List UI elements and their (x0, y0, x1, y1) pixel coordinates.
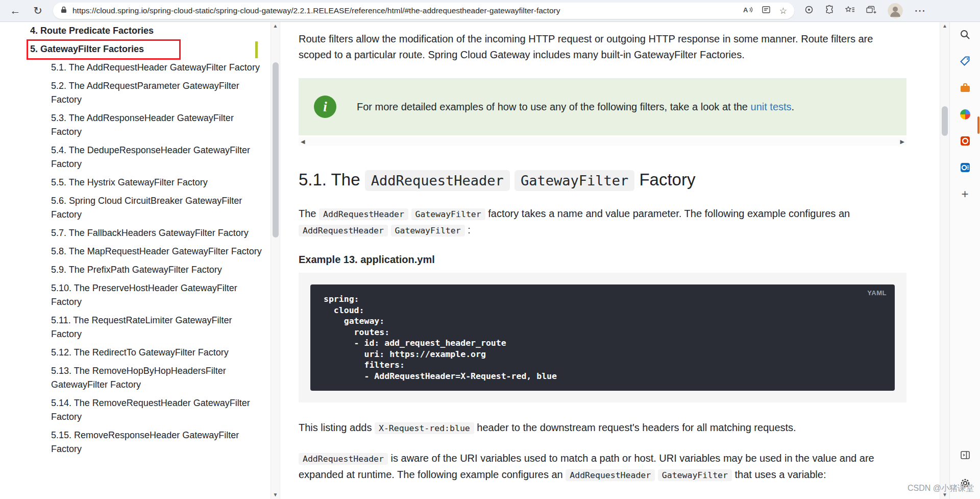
address-bar-actions: A ☆ (743, 6, 787, 16)
scroll-right-arrow[interactable]: ▶ (898, 138, 906, 145)
code-language-label: YAML (867, 289, 887, 297)
toc-scroll-down-arrow[interactable]: ▼ (271, 491, 280, 499)
shopping-tag-icon[interactable] (960, 56, 971, 67)
collections-icon[interactable] (866, 6, 876, 16)
toc-link-5-5[interactable]: 5.5. The Hystrix GatewayFilter Factory (51, 177, 208, 187)
toc-item: 5.4. The DedupeResponseHeader GatewayFil… (30, 144, 262, 171)
toc-item: 5.12. The RedirectTo GatewayFilter Facto… (30, 346, 262, 360)
toc-link-5-15[interactable]: 5.15. RemoveResponseHeader GatewayFilter… (51, 430, 239, 454)
toc-item: 5.15. RemoveResponseHeader GatewayFilter… (30, 429, 262, 456)
browser-toolbar: ← ↻ https://cloud.spring.io/spring-cloud… (0, 0, 980, 22)
toc-item: 5.5. The Hystrix GatewayFilter Factory (30, 176, 262, 189)
page-scroll-up-arrow[interactable]: ▲ (940, 22, 949, 30)
page-scrollbar[interactable]: ▲ ▼ (940, 22, 949, 499)
browser-window: ← ↻ https://cloud.spring.io/spring-cloud… (0, 0, 980, 499)
code-block: YAML spring: cloud: gateway: routes: - i… (310, 284, 895, 391)
toc-item: 5.11. The RequestRateLimiter GatewayFilt… (30, 314, 262, 341)
address-bar[interactable]: https://cloud.spring.io/spring-cloud-sta… (53, 3, 794, 19)
toc-link-5-14[interactable]: 5.14. The RemoveRequestHeader GatewayFil… (51, 398, 250, 422)
inline-code: GatewayFilter (658, 469, 732, 481)
toc-link-5-13[interactable]: 5.13. The RemoveHopByHopHeadersFilter Ga… (51, 366, 226, 390)
note-horizontal-scrollbar[interactable]: ◀ ▶ (299, 137, 906, 146)
outlook-icon[interactable] (960, 162, 971, 173)
back-button[interactable]: ← (4, 0, 27, 21)
toc-item: 5.14. The RemoveRequestHeader GatewayFil… (30, 396, 262, 424)
profile-avatar[interactable] (888, 3, 903, 18)
note-text: For more detailed examples of how to use… (357, 99, 794, 114)
toc-item: 5.8. The MapRequestHeader GatewayFilter … (30, 245, 262, 258)
toc-link-5-12[interactable]: 5.12. The RedirectTo GatewayFilter Facto… (51, 347, 229, 358)
svg-text:A: A (743, 6, 748, 14)
inline-code: GatewayFilter (411, 208, 485, 220)
designer-pinwheel-icon[interactable] (960, 109, 971, 120)
toc-link-5-4[interactable]: 5.4. The DedupeResponseHeader GatewayFil… (51, 145, 250, 169)
toolbar-actions: ⋯ (804, 3, 925, 18)
workspaces-icon[interactable] (804, 5, 814, 16)
inline-code: GatewayFilter (391, 225, 465, 236)
sidebar-toggle-icon[interactable] (960, 450, 970, 462)
toc-scrollbar-thumb[interactable] (273, 62, 279, 237)
info-icon-glyph: i (323, 99, 327, 115)
toc-active-indicator (255, 41, 258, 58)
favorites-star-icon[interactable]: ☆ (779, 6, 787, 16)
toc-item: 5.3. The AddResponseHeader GatewayFilter… (30, 111, 262, 139)
yaml-code: spring: cloud: gateway: routes: - id: ad… (324, 294, 557, 381)
toc-item: 5.13. The RemoveHopByHopHeadersFilter Ga… (30, 364, 262, 392)
toc-link-5-9[interactable]: 5.9. The PrefixPath GatewayFilter Factor… (51, 265, 222, 275)
toc-link-5-7[interactable]: 5.7. The FallbackHeaders GatewayFilter F… (51, 228, 249, 238)
toc-list: 4. Route Predicate Factories 5. GatewayF… (0, 22, 271, 456)
toc-item: 5.2. The AddRequestParameter GatewayFilt… (30, 79, 262, 107)
toc-link-route-predicate-factories[interactable]: 4. Route Predicate Factories (30, 26, 154, 36)
info-icon: i (314, 96, 336, 118)
inline-code: AddRequestHeader (365, 170, 510, 191)
toc-item: 4. Route Predicate Factories (30, 24, 262, 38)
inline-code: AddRequestHeader (566, 469, 655, 481)
toc-link-5-3[interactable]: 5.3. The AddResponseHeader GatewayFilter… (51, 113, 234, 137)
favorites-bar-icon[interactable] (845, 6, 855, 16)
lock-icon[interactable] (60, 6, 67, 16)
extensions-icon[interactable] (825, 5, 834, 16)
settings-menu-icon[interactable]: ⋯ (914, 4, 925, 17)
url-text[interactable]: https://cloud.spring.io/spring-cloud-sta… (72, 6, 737, 15)
add-sidebar-app-icon[interactable]: + (960, 188, 971, 200)
rail-active-indicator (977, 116, 979, 134)
toc-link-5-1[interactable]: 5.1. The AddRequestHeader GatewayFilter … (51, 62, 260, 73)
read-aloud-icon[interactable]: A (743, 6, 753, 16)
edge-sidebar-rail: + (949, 22, 980, 499)
toc-link-5-2[interactable]: 5.2. The AddRequestParameter GatewayFilt… (51, 81, 239, 105)
inline-code: AddRequestHeader (299, 453, 388, 465)
listing-description-paragraph: This listing adds X-Request-red:blue hea… (299, 420, 906, 436)
page-scrollbar-thumb[interactable] (942, 106, 948, 136)
toc-link-5-6[interactable]: 5.6. Spring Cloud CircuitBreaker Gateway… (51, 196, 242, 220)
section-heading: 5.1. The AddRequestHeader GatewayFilter … (299, 168, 906, 193)
unit-tests-link[interactable]: unit tests (751, 101, 792, 112)
csdn-watermark: CSDN @小猪课堂 (908, 483, 974, 494)
example-13-title: Example 13. application.yml (299, 254, 906, 266)
inline-code: AddRequestHeader (299, 225, 388, 236)
toc-link-5-10[interactable]: 5.10. The PreserveHostHeader GatewayFilt… (51, 283, 237, 307)
toc-item: 5.1. The AddRequestHeader GatewayFilter … (30, 61, 262, 75)
search-icon[interactable] (960, 29, 971, 40)
scroll-left-arrow[interactable]: ◀ (299, 138, 307, 145)
section-paragraph: The AddRequestHeader GatewayFilter facto… (299, 206, 906, 239)
toc-item: 5.6. Spring Cloud CircuitBreaker Gateway… (30, 194, 262, 222)
uri-variables-paragraph: AddRequestHeader is aware of the URI var… (299, 450, 906, 483)
office-icon[interactable] (960, 135, 971, 147)
code-listing: YAML spring: cloud: gateway: routes: - i… (299, 273, 906, 402)
intro-paragraph: Route filters allow the modification of … (299, 31, 906, 63)
code-content: spring: cloud: gateway: routes: - id: ad… (310, 284, 895, 391)
table-of-contents: 4. Route Predicate Factories 5. GatewayF… (0, 22, 271, 499)
refresh-button[interactable]: ↻ (27, 0, 49, 21)
toc-scrollbar[interactable]: ▲ ▼ (271, 22, 280, 499)
toc-item: 5.9. The PrefixPath GatewayFilter Factor… (30, 263, 262, 277)
inline-code: X-Request-red:blue (375, 422, 474, 434)
toc-item: 5.7. The FallbackHeaders GatewayFilter F… (30, 226, 262, 240)
immersive-reader-icon[interactable] (762, 6, 770, 16)
toc-link-5-8[interactable]: 5.8. The MapRequestHeader GatewayFilter … (51, 246, 262, 256)
annotation-red-box (27, 39, 181, 60)
toc-scroll-up-arrow[interactable]: ▲ (271, 22, 280, 30)
note-admonition: i For more detailed examples of how to u… (299, 78, 906, 135)
inline-code: AddRequestHeader (319, 208, 408, 220)
toc-link-5-11[interactable]: 5.11. The RequestRateLimiter GatewayFilt… (51, 315, 232, 339)
briefcase-icon[interactable] (960, 82, 971, 93)
